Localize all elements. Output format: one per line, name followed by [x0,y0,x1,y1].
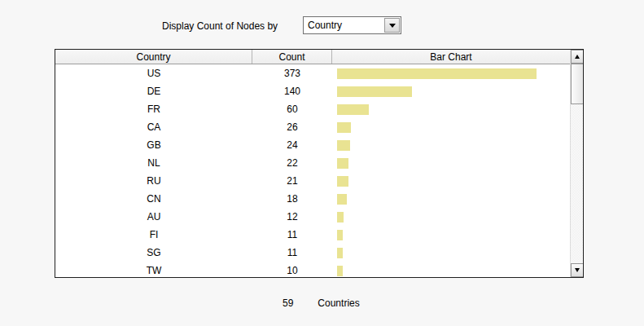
scroll-up-icon [575,55,580,59]
count-bar [337,140,350,151]
countries-total-count: 59 [283,297,293,309]
count-cell: 60 [252,104,332,115]
table-row[interactable]: CN18 [55,190,570,208]
country-cell: RU [55,175,252,187]
table-row[interactable]: DE140 [55,82,570,100]
table-row[interactable]: AU12 [55,208,570,226]
nodes-count-table: Country Count Bar Chart US373DE140FR60CA… [55,49,584,278]
country-cell: GB [55,139,252,151]
bar-cell [332,122,570,133]
bar-cell [332,68,570,79]
count-cell: 140 [252,86,332,97]
country-cell: SG [55,247,252,258]
count-bar [337,266,343,276]
bar-cell [332,176,570,187]
count-cell: 21 [252,175,332,187]
table-row[interactable]: SG11 [55,244,570,262]
bar-cell [332,86,570,97]
count-bar [337,176,348,187]
scroll-up-button[interactable] [571,50,584,64]
dropdown-arrow-icon [389,24,396,28]
bar-cell [332,104,570,115]
table-row[interactable]: CA26 [55,118,570,136]
dropdown-button[interactable] [384,18,400,33]
scrollbar-thumb[interactable] [571,64,584,104]
country-cell: NL [55,157,252,169]
bar-cell [332,194,570,205]
bar-cell [332,140,570,151]
count-cell: 11 [252,229,332,240]
country-cell: FR [55,104,252,115]
count-cell: 12 [252,211,332,222]
country-cell: TW [55,265,252,276]
table-row[interactable]: FI11 [55,226,570,244]
count-cell: 373 [252,68,332,79]
table-row[interactable]: NL22 [55,154,570,172]
countries-total-label: Countries [318,297,359,309]
country-cell: AU [55,211,252,222]
count-bar [337,68,537,79]
table-row[interactable]: RU21 [55,172,570,190]
bar-cell [332,212,570,222]
table-rows: US373DE140FR60CA26GB24NL22RU21CN18AU12FI… [55,64,570,277]
country-cell: CN [55,193,252,205]
bar-cell [332,266,570,276]
bar-cell [332,230,570,240]
table-row[interactable]: TW10 [55,262,570,277]
bar-cell [332,248,570,258]
count-bar [337,86,412,97]
country-cell: FI [55,229,252,240]
count-bar [337,194,347,205]
country-cell: DE [55,86,252,97]
count-cell: 18 [252,193,332,205]
display-count-label: Display Count of Nodes by [162,20,278,32]
status-bar: 59 Countries [283,297,360,309]
bar-cell [332,158,570,169]
count-cell: 11 [252,247,332,258]
count-cell: 10 [252,265,332,276]
count-bar [337,212,344,222]
country-cell: US [55,68,252,79]
display-by-dropdown[interactable]: Country [303,16,401,34]
dropdown-selected-value: Country [304,17,384,33]
count-cell: 26 [252,121,332,133]
count-bar [337,158,348,169]
scroll-down-button[interactable] [571,263,584,277]
vertical-scrollbar[interactable] [570,50,583,277]
column-header-bar-chart[interactable]: Bar Chart [332,50,570,64]
count-bar [337,248,343,258]
scroll-down-icon [575,268,580,272]
column-header-count[interactable]: Count [252,50,332,64]
count-cell: 22 [252,157,332,169]
column-header-country[interactable]: Country [55,50,252,64]
count-cell: 24 [252,139,332,151]
country-cell: CA [55,121,252,133]
count-bar [337,104,369,115]
table-row[interactable]: GB24 [55,136,570,154]
table-row[interactable]: FR60 [55,100,570,118]
table-header: Country Count Bar Chart [55,50,570,64]
count-bar [337,230,343,240]
table-row[interactable]: US373 [55,64,570,82]
count-bar [337,122,351,133]
